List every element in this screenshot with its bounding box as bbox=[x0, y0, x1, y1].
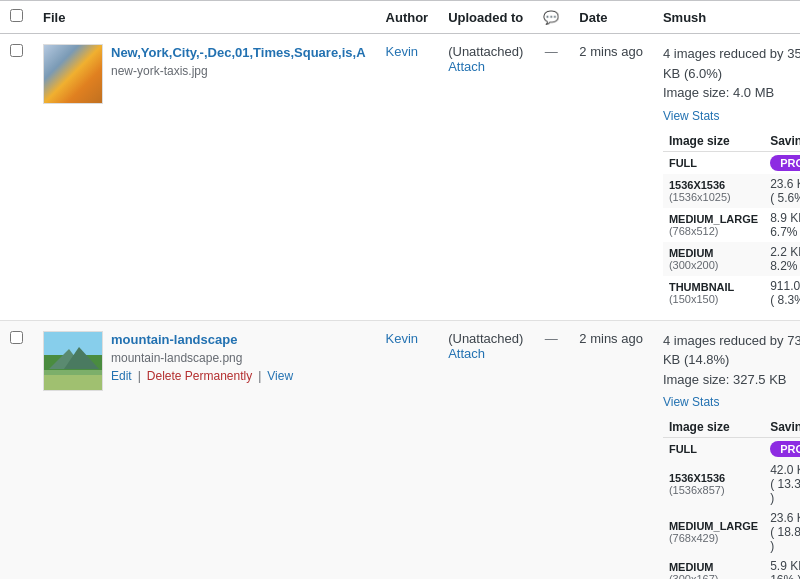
author-cell: Kevin bbox=[376, 34, 439, 321]
savings-value: 42.0 KB ( 13.3% ) bbox=[764, 460, 800, 508]
uploaded-to-cell: (Unattached) Attach bbox=[438, 34, 533, 321]
header-comment-col: 💬 bbox=[533, 1, 569, 34]
date-cell: 2 mins ago bbox=[569, 34, 653, 321]
savings-value: 2.2 KB ( 8.2% ) bbox=[764, 242, 800, 276]
header-author-col: Author bbox=[376, 1, 439, 34]
size-dim: (768x429) bbox=[669, 532, 758, 544]
attach-link[interactable]: Attach bbox=[448, 346, 485, 361]
pro-badge: PRO bbox=[770, 441, 800, 457]
savings-pro: PRO bbox=[764, 151, 800, 174]
author-cell: Kevin bbox=[376, 320, 439, 579]
size-label: 1536X1536 bbox=[669, 179, 758, 191]
smush-size-row: THUMBNAIL (150x150) 911.0 B ( 8.3% ) bbox=[663, 276, 800, 310]
file-title-link[interactable]: New,York,City,-,Dec,01,Times,Square,is,A bbox=[111, 44, 366, 62]
size-label-cell: MEDIUM (300x200) bbox=[663, 242, 764, 276]
file-cell: New,York,City,-,Dec,01,Times,Square,is,A… bbox=[33, 34, 376, 321]
file-info: mountain-landscape mountain-landscape.pn… bbox=[111, 331, 293, 383]
unattached-label: (Unattached) bbox=[448, 44, 523, 59]
savings-value: 5.9 KB ( 16% ) bbox=[764, 556, 800, 579]
smush-size-row: MEDIUM_LARGE (768x512) 8.9 KB ( 6.7% ) bbox=[663, 208, 800, 242]
size-label: THUMBNAIL bbox=[669, 281, 758, 293]
size-dim: (768x512) bbox=[669, 225, 758, 237]
delete-permanently-link[interactable]: Delete Permanently bbox=[147, 369, 252, 383]
smush-size-row: FULL PRO bbox=[663, 151, 800, 174]
smush-details-table: Image size Savings FULL PRO 1536X1536 (1… bbox=[663, 131, 800, 310]
smush-table-body: FULL PRO 1536X1536 (1536x1025) 23.6 KB (… bbox=[663, 151, 800, 310]
view-stats-link[interactable]: View Stats bbox=[663, 109, 800, 123]
size-label-cell: 1536X1536 (1536x1025) bbox=[663, 174, 764, 208]
smush-line2: Image size: 4.0 MB bbox=[663, 85, 774, 100]
size-dim: (300x200) bbox=[669, 259, 758, 271]
size-label: 1536X1536 bbox=[669, 472, 758, 484]
edit-link[interactable]: Edit bbox=[111, 369, 132, 383]
unattached-label: (Unattached) bbox=[448, 331, 523, 346]
smush-table-header: Image size Savings bbox=[663, 131, 800, 152]
row-checkbox[interactable] bbox=[10, 44, 23, 57]
action-separator2: | bbox=[258, 369, 261, 383]
attach-link[interactable]: Attach bbox=[448, 59, 485, 74]
table-row: mountain-landscape mountain-landscape.pn… bbox=[0, 320, 800, 579]
smush-line1: 4 images reduced by 73.5 KB (14.8%) bbox=[663, 333, 800, 368]
size-label-cell: FULL bbox=[663, 151, 764, 174]
smush-size-row: MEDIUM_LARGE (768x429) 23.6 KB ( 18.8% ) bbox=[663, 508, 800, 556]
savings-value: 23.6 KB ( 5.6% ) bbox=[764, 174, 800, 208]
thumbnail-image bbox=[43, 331, 103, 391]
view-stats-link[interactable]: View Stats bbox=[663, 395, 800, 409]
size-label-cell: MEDIUM_LARGE (768x512) bbox=[663, 208, 764, 242]
comment-cell: — bbox=[533, 320, 569, 579]
view-link[interactable]: View bbox=[267, 369, 293, 383]
size-label: MEDIUM_LARGE bbox=[669, 520, 758, 532]
file-actions: Edit | Delete Permanently | View bbox=[111, 369, 293, 383]
savings-pro: PRO bbox=[764, 438, 800, 461]
smush-summary: 4 images reduced by 73.5 KB (14.8%) Imag… bbox=[663, 331, 800, 390]
size-label: MEDIUM_LARGE bbox=[669, 213, 758, 225]
action-separator: | bbox=[138, 369, 141, 383]
file-cell: mountain-landscape mountain-landscape.pn… bbox=[33, 320, 376, 579]
size-label: FULL bbox=[669, 443, 758, 455]
header-smush-col: Smush bbox=[653, 1, 800, 34]
smush-cell: 4 images reduced by 35.6 KB (6.0%) Image… bbox=[653, 34, 800, 321]
row-checkbox[interactable] bbox=[10, 331, 23, 344]
smush-line1: 4 images reduced by 35.6 KB (6.0%) bbox=[663, 46, 800, 81]
smush-table-header: Image size Savings bbox=[663, 417, 800, 438]
smush-size-row: MEDIUM (300x200) 2.2 KB ( 8.2% ) bbox=[663, 242, 800, 276]
smush-line2: Image size: 327.5 KB bbox=[663, 372, 787, 387]
size-dim: (1536x1025) bbox=[669, 191, 758, 203]
date-cell: 2 mins ago bbox=[569, 320, 653, 579]
smush-details-table: Image size Savings FULL PRO 1536X1536 (1… bbox=[663, 417, 800, 579]
size-label-cell: 1536X1536 (1536x857) bbox=[663, 460, 764, 508]
table-header-row: File Author Uploaded to 💬 Date Smush bbox=[0, 1, 800, 34]
size-label-cell: MEDIUM (300x167) bbox=[663, 556, 764, 579]
smush-size-row: 1536X1536 (1536x857) 42.0 KB ( 13.3% ) bbox=[663, 460, 800, 508]
smush-col-savings: Savings bbox=[764, 131, 800, 152]
savings-value: 23.6 KB ( 18.8% ) bbox=[764, 508, 800, 556]
comment-dash: — bbox=[545, 44, 558, 59]
size-label-cell: FULL bbox=[663, 438, 764, 461]
size-label: MEDIUM bbox=[669, 247, 758, 259]
file-name: new-york-taxis.jpg bbox=[111, 64, 366, 78]
file-name: mountain-landscape.png bbox=[111, 351, 293, 365]
smush-cell: 4 images reduced by 73.5 KB (14.8%) Imag… bbox=[653, 320, 800, 579]
size-label-cell: MEDIUM_LARGE (768x429) bbox=[663, 508, 764, 556]
header-date-col: Date bbox=[569, 1, 653, 34]
size-label: MEDIUM bbox=[669, 561, 758, 573]
size-dim: (1536x857) bbox=[669, 484, 758, 496]
table-row: New,York,City,-,Dec,01,Times,Square,is,A… bbox=[0, 34, 800, 321]
thumbnail-image bbox=[43, 44, 103, 104]
date-value: 2 mins ago bbox=[579, 331, 643, 346]
file-info: New,York,City,-,Dec,01,Times,Square,is,A… bbox=[111, 44, 366, 82]
select-all-checkbox[interactable] bbox=[10, 9, 23, 22]
smush-summary: 4 images reduced by 35.6 KB (6.0%) Image… bbox=[663, 44, 800, 103]
smush-col-savings: Savings bbox=[764, 417, 800, 438]
author-link[interactable]: Kevin bbox=[386, 331, 419, 346]
file-title-link[interactable]: mountain-landscape bbox=[111, 331, 293, 349]
smush-col-size: Image size bbox=[663, 131, 764, 152]
header-uploaded-col: Uploaded to bbox=[438, 1, 533, 34]
author-link[interactable]: Kevin bbox=[386, 44, 419, 59]
uploaded-to-cell: (Unattached) Attach bbox=[438, 320, 533, 579]
comment-cell: — bbox=[533, 34, 569, 321]
size-label: FULL bbox=[669, 157, 758, 169]
savings-value: 911.0 B ( 8.3% ) bbox=[764, 276, 800, 310]
smush-size-row: 1536X1536 (1536x1025) 23.6 KB ( 5.6% ) bbox=[663, 174, 800, 208]
media-library-table: File Author Uploaded to 💬 Date Smush New… bbox=[0, 0, 800, 579]
